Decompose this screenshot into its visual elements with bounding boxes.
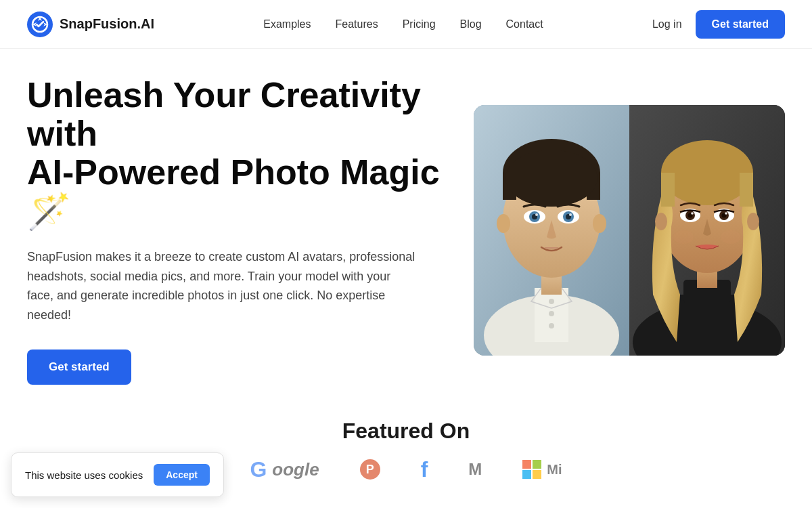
navbar-actions: Log in Get started [652, 10, 785, 39]
google-icon: G [250, 457, 267, 482]
featured-title: Featured On [27, 419, 785, 444]
svg-point-30 [661, 140, 753, 205]
svg-rect-32 [740, 173, 753, 207]
facebook-icon: f [421, 457, 428, 482]
svg-point-42 [725, 212, 727, 215]
svg-point-34 [747, 213, 759, 230]
get-started-nav-button[interactable]: Get started [696, 10, 785, 39]
logo-producthunt: P [360, 459, 380, 480]
svg-point-22 [549, 311, 554, 316]
producthunt-icon: P [360, 459, 380, 480]
hero-title: Unleash Your Creativity withAI-Powered P… [27, 76, 447, 231]
svg-point-12 [593, 214, 606, 233]
svg-point-21 [549, 299, 554, 304]
hero-title-line1: Unleash Your Creativity withAI-Powered P… [27, 75, 440, 231]
svg-rect-47 [522, 470, 531, 479]
microsoft-label: Mi [547, 462, 562, 478]
brand-name: SnapFusion.AI [60, 16, 154, 32]
svg-point-23 [549, 323, 554, 329]
svg-point-43 [673, 230, 694, 244]
get-started-hero-button[interactable]: Get started [27, 350, 131, 385]
svg-point-44 [721, 230, 741, 244]
navbar: SnapFusion.AI Examples Features Pricing … [0, 0, 812, 49]
login-button[interactable]: Log in [652, 18, 682, 30]
svg-point-10 [505, 150, 597, 207]
cookie-banner: This website uses cookies Accept [11, 452, 224, 497]
svg-point-20 [569, 213, 572, 216]
nav-link-pricing[interactable]: Pricing [403, 18, 436, 30]
nav-item-contact[interactable]: Contact [506, 18, 543, 30]
hero-image-container [474, 105, 785, 356]
hero-section: Unleash Your Creativity withAI-Powered P… [0, 49, 812, 398]
svg-rect-48 [533, 470, 541, 479]
medium-icon: M [468, 460, 482, 479]
nav-link-examples[interactable]: Examples [263, 18, 311, 30]
cookie-message: This website uses cookies [25, 469, 143, 481]
svg-point-41 [691, 212, 694, 215]
logo-microsoft: Mi [522, 460, 562, 479]
svg-rect-45 [522, 460, 531, 469]
nav-link-features[interactable]: Features [335, 18, 378, 30]
hero-description: SnapFusion makes it a breeze to create c… [27, 247, 420, 325]
google-label: oogle [272, 459, 319, 480]
brand-logo[interactable]: SnapFusion.AI [27, 12, 154, 37]
nav-item-pricing[interactable]: Pricing [403, 18, 436, 30]
female-portrait-svg [629, 105, 785, 356]
main-nav: Examples Features Pricing Blog Contact [263, 18, 543, 30]
svg-point-19 [535, 213, 538, 216]
svg-point-33 [655, 213, 667, 230]
nav-item-blog[interactable]: Blog [460, 18, 482, 30]
nav-link-contact[interactable]: Contact [506, 18, 543, 30]
nav-item-examples[interactable]: Examples [263, 18, 311, 30]
hero-image-male [474, 105, 629, 356]
logo-medium: M [468, 460, 482, 479]
male-portrait-svg [474, 105, 629, 356]
hero-image-female [629, 105, 785, 356]
svg-rect-46 [533, 460, 541, 469]
logo-google: G oogle [250, 457, 319, 482]
hero-content: Unleash Your Creativity withAI-Powered P… [27, 76, 447, 385]
featured-section: Featured On [0, 398, 812, 450]
nav-link-blog[interactable]: Blog [460, 18, 482, 30]
svg-point-11 [497, 214, 510, 233]
microsoft-icon [522, 460, 541, 479]
logo-facebook: f [421, 457, 428, 482]
svg-rect-31 [661, 173, 675, 207]
cookie-accept-button[interactable]: Accept [154, 464, 210, 486]
snapfusion-logo-main [27, 12, 53, 37]
svg-rect-26 [677, 295, 738, 356]
nav-item-features[interactable]: Features [335, 18, 378, 30]
